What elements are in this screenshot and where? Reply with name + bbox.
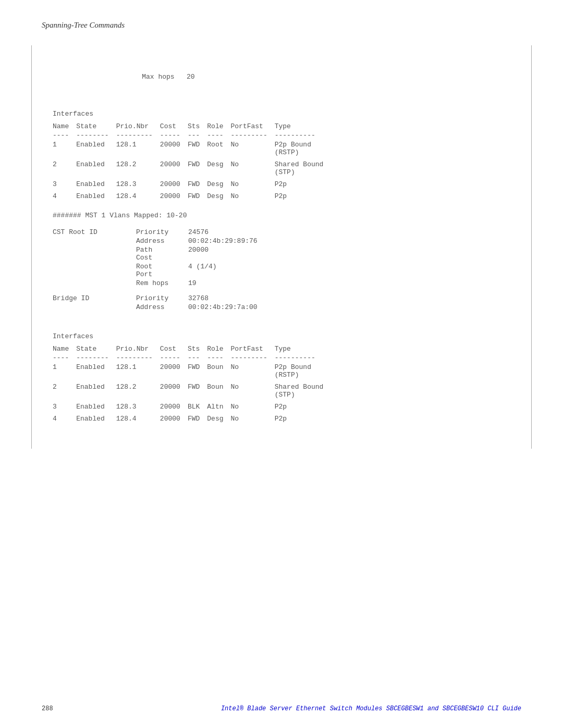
cst-address-row: Address 00:02:4b:29:89:76 <box>53 237 258 245</box>
table-row: 1Enabled128.120000FWDBounNoP2p Bound (RS… <box>53 362 331 380</box>
col2-header-prionbr: Prio.Nbr <box>116 344 160 353</box>
table-cell: Shared Bound (STP) <box>275 382 331 400</box>
table-cell: FWD <box>188 362 207 380</box>
table-cell: P2p <box>275 179 331 189</box>
table-cell: Enabled <box>76 402 116 412</box>
table-cell: 20000 <box>160 179 188 189</box>
table-cell: 128.3 <box>116 402 160 412</box>
table-cell: Desg <box>207 191 230 201</box>
col-header-state: State <box>76 122 116 131</box>
table-cell: FWD <box>188 140 207 157</box>
table-cell: No <box>231 382 275 400</box>
col-header-prionbr: Prio.Nbr <box>116 122 160 131</box>
cst-empty-1 <box>53 237 136 245</box>
table-cell: 20000 <box>160 159 188 177</box>
table-cell: No <box>231 402 275 412</box>
second-interfaces-table: Name State Prio.Nbr Cost Sts Role PortFa… <box>53 344 331 424</box>
table-cell: 1 <box>53 362 76 380</box>
first-interfaces-section: Interfaces Name State Prio.Nbr Cost Sts … <box>53 109 510 201</box>
table-cell: 20000 <box>160 191 188 201</box>
cst-remhops-row: Rem hops 19 <box>53 279 258 288</box>
footer-page-number: 288 <box>42 705 53 712</box>
col2-header-state: State <box>76 344 116 353</box>
table-cell: 4 <box>53 414 76 424</box>
table-cell: 3 <box>53 402 76 412</box>
table-cell: 2 <box>53 159 76 177</box>
table-dashes-row: ---- -------- --------- ----- --- ---- -… <box>53 131 331 140</box>
table-cell: Enabled <box>76 191 116 201</box>
bridge-priority-value: 32768 <box>188 294 258 303</box>
table-cell: Enabled <box>76 179 116 189</box>
footer-title: Intel® Blade Server Ethernet Switch Modu… <box>221 705 521 712</box>
dash2-sts: --- <box>188 353 207 362</box>
priority-label-1: Priority <box>136 228 188 237</box>
col-header-type: Type <box>275 122 331 131</box>
bridge-address-label: Address <box>136 303 188 312</box>
path-cost-value: 20000 <box>188 245 258 262</box>
dash2-prionbr: --------- <box>116 353 160 362</box>
dash-name: ---- <box>53 131 76 140</box>
priority-value-1: 24576 <box>188 228 258 237</box>
cst-root-id-row: CST Root ID Priority 24576 <box>53 228 258 237</box>
max-hops-row: Max hops 20 <box>53 56 510 104</box>
col2-header-cost: Cost <box>160 344 188 353</box>
dash-state: -------- <box>76 131 116 140</box>
table-cell: Desg <box>207 159 230 177</box>
table-cell: No <box>231 179 275 189</box>
interfaces-label-1: Interfaces <box>53 109 510 120</box>
col-header-cost: Cost <box>160 122 188 131</box>
table-cell: 128.2 <box>116 159 160 177</box>
cst-empty-2 <box>53 245 136 262</box>
table-row: 3Enabled128.320000FWDDesgNoP2p <box>53 179 331 189</box>
table-cell: No <box>231 140 275 157</box>
table-cell: 20000 <box>160 402 188 412</box>
table-cell: Shared Bound (STP) <box>275 159 331 177</box>
mst1-block: ####### MST 1 Vlans Mapped: 10-20 CST Ro… <box>53 211 510 312</box>
table-cell: No <box>231 191 275 201</box>
bridge-id-table: Bridge ID Priority 32768 Address 00:02:4… <box>53 294 258 312</box>
table-cell: 20000 <box>160 362 188 380</box>
table-cell: Enabled <box>76 140 116 157</box>
table-cell: Enabled <box>76 382 116 400</box>
address-label-1: Address <box>136 237 188 245</box>
table-header-row: Name State Prio.Nbr Cost Sts Role PortFa… <box>53 122 331 131</box>
table-cell: No <box>231 362 275 380</box>
dash-type: ---------- <box>275 131 331 140</box>
first-interfaces-table: Name State Prio.Nbr Cost Sts Role PortFa… <box>53 122 331 201</box>
bridge-address-value: 00:02:4b:29:7a:00 <box>188 303 258 312</box>
table-cell: 2 <box>53 382 76 400</box>
table-cell: 128.4 <box>116 191 160 201</box>
col2-header-sts: Sts <box>188 344 207 353</box>
table-cell: Altn <box>207 402 230 412</box>
content-box: Max hops 20 Interfaces Name State Prio.N… <box>31 45 532 449</box>
table-cell: Root <box>207 140 230 157</box>
table-cell: 20000 <box>160 140 188 157</box>
col2-header-portfast: PortFast <box>231 344 275 353</box>
table-cell: 128.3 <box>116 179 160 189</box>
table-row: 2Enabled128.220000FWDBounNoShared Bound … <box>53 382 331 400</box>
col2-header-name: Name <box>53 344 76 353</box>
table-cell: P2p <box>275 191 331 201</box>
max-hops-label: Max hops <box>142 73 174 81</box>
table-cell: FWD <box>188 414 207 424</box>
cst-rootport-row: RootPort 4 (1/4) <box>53 262 258 279</box>
table-dashes-row-2: ---- -------- --------- ----- --- ---- -… <box>53 353 331 362</box>
table-cell: Enabled <box>76 159 116 177</box>
table-cell: Enabled <box>76 362 116 380</box>
table-cell: P2p Bound (RSTP) <box>275 362 331 380</box>
dash-prionbr: --------- <box>116 131 160 140</box>
table-cell: P2p <box>275 402 331 412</box>
table-cell: P2p Bound (RSTP) <box>275 140 331 157</box>
table-row: 4Enabled128.420000FWDDesgNoP2p <box>53 414 331 424</box>
table-cell: 3 <box>53 179 76 189</box>
dash-role: ---- <box>207 131 230 140</box>
table-cell: Enabled <box>76 414 116 424</box>
dash2-cost: ----- <box>160 353 188 362</box>
cst-root-id-label: CST Root ID <box>53 228 136 237</box>
page-title: Spanning-Tree Commands <box>42 21 521 30</box>
table-cell: BLK <box>188 402 207 412</box>
dash2-type: ---------- <box>275 353 331 362</box>
table-row: 1Enabled128.120000FWDRootNoP2p Bound (RS… <box>53 140 331 157</box>
dash-sts: --- <box>188 131 207 140</box>
page-header: Spanning-Tree Commands <box>0 0 563 35</box>
